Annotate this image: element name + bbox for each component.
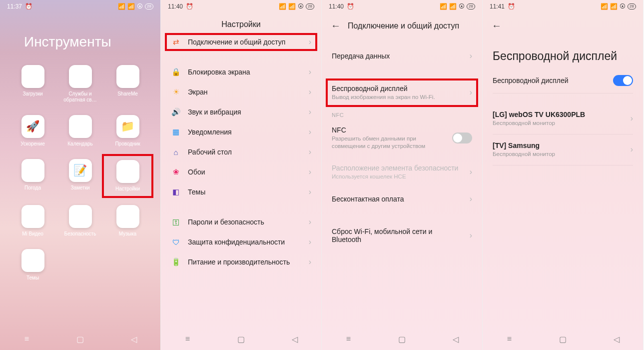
signal-icon: 📶 [127, 3, 135, 10]
settings-row[interactable]: ◧Темы› [161, 182, 321, 202]
back-button[interactable]: ← [331, 20, 341, 32]
nav-back-button[interactable]: ◁ [612, 334, 622, 344]
chevron-right-icon: › [631, 145, 633, 154]
settings-row[interactable]: ⇄Подключение и общий доступ› [161, 32, 321, 52]
row-icon: 🔒 [171, 67, 181, 77]
app-проводник[interactable]: 📁Проводник [104, 115, 151, 147]
settings-row[interactable]: ⌂Рабочий стол› [161, 142, 321, 162]
app-icon: ◎ [21, 249, 44, 272]
app-label: Заметки [70, 185, 89, 191]
row-label: Обои [188, 168, 302, 176]
app-icon: ∞ [116, 65, 139, 88]
app-label: Mi Видео [22, 231, 43, 237]
status-time: 11:41 [490, 3, 505, 10]
chevron-right-icon: › [309, 168, 311, 176]
app-shareme[interactable]: ∞ShareMe [104, 65, 151, 103]
device-row[interactable]: [TV] SamsungБеспроводной монитор› [483, 134, 643, 165]
chevron-right-icon: › [309, 148, 311, 156]
row-subtitle: Используется кошелек HCE [332, 173, 463, 180]
screen-wireless-display: 11:41 ⏰ 📶 📶 ⦿ 28 ← Беспроводной дисплей … [483, 0, 644, 350]
device-name: [LG] webOS TV UK6300PLB [493, 110, 624, 118]
nav-bar: ≡ ▢ ◁ [161, 328, 321, 350]
app-темы[interactable]: ◎Темы [9, 249, 56, 281]
wifi-icon: ⦿ [137, 3, 143, 10]
nav-home-button[interactable]: ▢ [75, 334, 85, 344]
row-label: Темы [188, 188, 302, 196]
nav-back-button[interactable]: ◁ [129, 334, 139, 344]
row-label: Расположение элемента безопасности [332, 164, 463, 172]
header: Настройки [161, 13, 321, 32]
row-label: Беспроводной дисплей [332, 84, 463, 92]
nav-recent-button[interactable]: ≡ [22, 334, 32, 344]
battery-icon: 28 [467, 4, 475, 10]
chevron-right-icon: › [470, 88, 472, 97]
list-row[interactable]: Сброс Wi-Fi, мобильной сети и Bluetooth› [322, 220, 482, 250]
app-ускорение[interactable]: 🚀Ускорение [9, 115, 56, 147]
chevron-right-icon: › [309, 258, 311, 266]
app-музыка[interactable]: ♪Музыка [104, 205, 151, 237]
app-icon: 📝 [69, 159, 92, 182]
status-time: 11:37 [7, 3, 22, 10]
signal-icon: 📶 [288, 3, 296, 10]
app-службы-и-обратная-св-[interactable]: ⚙Службы и обратная св… [56, 65, 104, 103]
settings-row[interactable]: ▦Уведомления› [161, 122, 321, 142]
status-bar: 11:41 ⏰ 📶 📶 ⦿ 28 [483, 0, 643, 13]
app-заметки[interactable]: 📝Заметки [56, 159, 104, 193]
app-label: ShareMe [117, 91, 138, 97]
nav-recent-button[interactable]: ≡ [505, 334, 515, 344]
wireless-display-toggle-row[interactable]: Беспроводной дисплей [483, 68, 643, 93]
toggle[interactable] [452, 132, 472, 144]
toggle-label: Беспроводной дисплей [493, 76, 606, 84]
alarm-icon: ⏰ [508, 3, 515, 10]
row-label: Питание и производительность [188, 258, 302, 266]
settings-row[interactable]: ❀Обои› [161, 162, 321, 182]
app-label: Службы и обратная св… [60, 91, 100, 103]
back-button[interactable]: ← [492, 20, 502, 32]
nav-recent-button[interactable]: ≡ [344, 334, 354, 344]
status-bar: 11:37 ⏰ 📶 📶 ⦿ 28 [0, 0, 160, 13]
settings-row[interactable]: ⚿Пароли и безопасность› [161, 212, 321, 232]
settings-row[interactable]: 🔒Блокировка экрана› [161, 62, 321, 82]
nav-back-button[interactable]: ◁ [290, 334, 300, 344]
settings-row[interactable]: 🔊Звук и вибрация› [161, 102, 321, 122]
settings-row[interactable]: ☀Экран› [161, 82, 321, 102]
nav-home-button[interactable]: ▢ [558, 334, 568, 344]
nav-recent-button[interactable]: ≡ [183, 334, 193, 344]
app-настройки[interactable]: ⚙Настройки [102, 154, 153, 198]
row-label: Подключение и общий доступ [188, 38, 302, 46]
battery-icon: 28 [145, 4, 153, 10]
chevron-right-icon: › [309, 88, 311, 96]
settings-row[interactable]: 🛡Защита конфиденциальности› [161, 232, 321, 252]
device-row[interactable]: [LG] webOS TV UK6300PLBБеспроводной мони… [483, 104, 643, 134]
row-label: Рабочий стол [188, 148, 302, 156]
chevron-right-icon: › [309, 188, 311, 196]
list-row[interactable]: Передача данных› [322, 44, 482, 68]
app-загрузки[interactable]: ⬇Загрузки [9, 65, 56, 103]
device-list: [LG] webOS TV UK6300PLBБеспроводной мони… [483, 104, 643, 166]
nav-home-button[interactable]: ▢ [236, 334, 246, 344]
battery-icon: 28 [306, 4, 314, 10]
settings-list: ⇄Подключение и общий доступ›🔒Блокировка … [161, 32, 321, 272]
app-label: Ускорение [20, 141, 45, 147]
header: ← [483, 13, 643, 34]
list-row[interactable]: Бесконтактная оплата› [322, 188, 482, 210]
app-icon: ⚙ [69, 65, 92, 88]
app-grid: ⬇Загрузки⚙Службы и обратная св…∞ShareMe🚀… [0, 55, 160, 281]
app-календарь[interactable]: 15Календарь [56, 115, 104, 147]
app-безопасность[interactable]: 🛡Безопасность [56, 205, 104, 237]
alarm-icon: ⏰ [347, 3, 354, 10]
list-row[interactable]: Беспроводной дисплейВывод изображения на… [322, 78, 482, 108]
header: ← Подключение и общий доступ [322, 13, 482, 34]
app-mi-видео[interactable]: ▶Mi Видео [9, 205, 56, 237]
nav-back-button[interactable]: ◁ [451, 334, 461, 344]
app-icon: ⚙ [116, 160, 139, 183]
app-погода[interactable]: ☀Погода [9, 159, 56, 193]
app-icon: 🚀 [21, 115, 44, 138]
signal-icon: 📶 [279, 3, 286, 10]
app-icon: ♪ [116, 205, 139, 228]
list-row[interactable]: NFCРазрешить обмен данными при совмещени… [322, 119, 482, 157]
app-icon: ▶ [21, 205, 44, 228]
nav-home-button[interactable]: ▢ [397, 334, 407, 344]
wireless-display-toggle[interactable] [613, 75, 633, 86]
settings-row[interactable]: 🔋Питание и производительность› [161, 252, 321, 272]
